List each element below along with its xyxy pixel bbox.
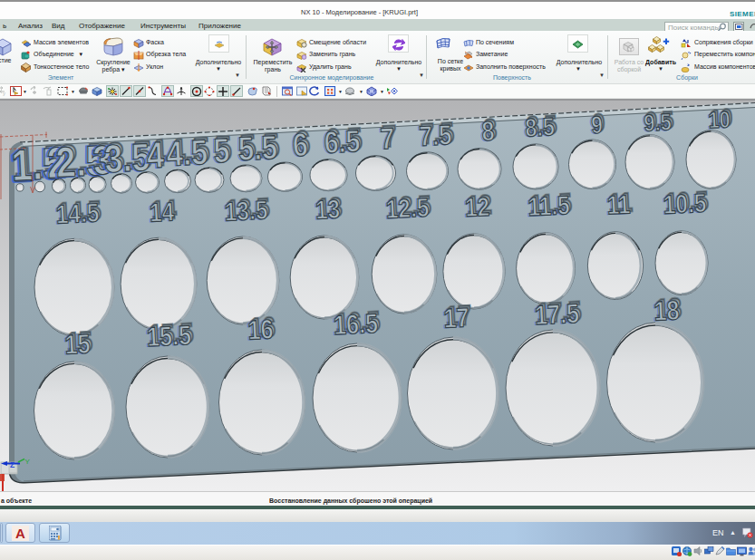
svg-text:7.5: 7.5 <box>419 119 453 151</box>
svg-text:8.5: 8.5 <box>524 112 555 141</box>
svg-text:16.5: 16.5 <box>333 308 379 341</box>
svg-text:4.5: 4.5 <box>165 131 208 174</box>
svg-text:10.5: 10.5 <box>663 188 707 220</box>
svg-text:13: 13 <box>315 194 341 225</box>
svg-text:9: 9 <box>590 111 603 139</box>
svg-text:18: 18 <box>653 294 681 326</box>
svg-text:5: 5 <box>212 130 230 169</box>
svg-text:6: 6 <box>292 126 309 163</box>
svg-text:Z: Z <box>10 460 15 469</box>
svg-text:7: 7 <box>380 121 395 155</box>
svg-text:5.5: 5.5 <box>237 128 278 167</box>
svg-text:9.5: 9.5 <box>644 108 673 136</box>
svg-text:11.5: 11.5 <box>528 190 571 222</box>
svg-text:12: 12 <box>464 192 490 223</box>
svg-text:6.5: 6.5 <box>324 124 362 160</box>
svg-text:15: 15 <box>64 328 92 360</box>
svg-text:8: 8 <box>481 116 496 147</box>
svg-text:4: 4 <box>146 134 165 176</box>
svg-text:14: 14 <box>149 197 175 227</box>
svg-text:14.5: 14.5 <box>55 198 100 229</box>
svg-text:10: 10 <box>708 107 731 133</box>
svg-text:y: y <box>3 91 5 96</box>
svg-text:17.5: 17.5 <box>534 298 580 331</box>
svg-text:15.5: 15.5 <box>146 320 192 352</box>
svg-text:11: 11 <box>606 189 631 220</box>
svg-text:13.5: 13.5 <box>224 195 268 227</box>
svg-text:17: 17 <box>443 302 470 333</box>
svg-text:Y: Y <box>25 458 31 466</box>
svg-text:16: 16 <box>247 314 275 345</box>
svg-text:12.5: 12.5 <box>385 193 430 225</box>
